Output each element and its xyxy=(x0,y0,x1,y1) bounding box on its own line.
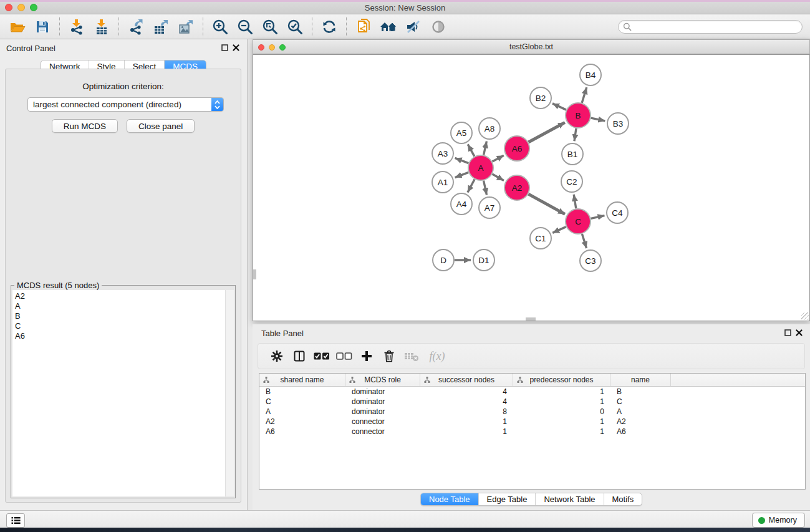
show-hide-button[interactable] xyxy=(426,16,451,37)
search-input[interactable] xyxy=(632,21,798,32)
node-A2[interactable]: A2 xyxy=(504,175,529,200)
column-header-predecessor-nodes[interactable]: predecessor nodes xyxy=(513,374,610,386)
run-mcds-button[interactable]: Run MCDS xyxy=(52,119,118,133)
result-list-item[interactable]: A2 xyxy=(12,291,234,301)
node-D1[interactable]: D1 xyxy=(473,249,494,271)
edge-A-A5[interactable] xyxy=(468,144,475,156)
edge-C-C3[interactable] xyxy=(582,234,586,248)
node-A8[interactable]: A8 xyxy=(479,118,500,139)
table-row[interactable]: Cdominator41C xyxy=(259,397,805,407)
mcds-result-list[interactable]: A2ABCA6 xyxy=(12,290,234,496)
node-C[interactable]: C xyxy=(566,209,591,234)
criterion-select[interactable]: largest connected component (directed) xyxy=(27,97,224,112)
network-zoom-button[interactable] xyxy=(279,44,286,51)
export-image-button[interactable] xyxy=(173,16,198,37)
list-scrollbar[interactable] xyxy=(225,290,234,496)
column-header-successor-nodes[interactable]: successor nodes xyxy=(420,374,513,386)
canvas-hscroll-thumb[interactable] xyxy=(526,317,536,321)
node-B2[interactable]: B2 xyxy=(530,87,551,109)
node-D[interactable]: D xyxy=(433,249,454,271)
resize-grip[interactable] xyxy=(801,312,809,320)
table-options-button[interactable] xyxy=(266,346,288,366)
export-network-button[interactable] xyxy=(123,16,148,37)
column-header-shared-name[interactable]: shared name xyxy=(259,374,345,386)
open-session-button[interactable] xyxy=(5,16,30,37)
network-graph[interactable]: B4B2BB3A8A5A6A3B1AC2A1A2A4A7C4CC1C3DD1 xyxy=(253,55,809,321)
float-panel-icon[interactable] xyxy=(221,44,228,51)
minimize-window-button[interactable] xyxy=(17,4,25,11)
node-C3[interactable]: C3 xyxy=(580,250,601,271)
node-C4[interactable]: C4 xyxy=(607,202,628,223)
edge-B-B4[interactable] xyxy=(582,87,587,103)
edge-A6-B[interactable] xyxy=(529,122,565,142)
close-panel-icon[interactable] xyxy=(233,44,239,51)
network-minimize-button[interactable] xyxy=(269,44,275,51)
node-C2[interactable]: C2 xyxy=(561,171,582,192)
node-A6[interactable]: A6 xyxy=(504,136,529,161)
node-A1[interactable]: A1 xyxy=(432,172,453,193)
zoom-selected-button[interactable] xyxy=(282,16,307,37)
edge-A-A2[interactable] xyxy=(492,174,504,180)
node-B3[interactable]: B3 xyxy=(607,113,629,134)
column-header-name[interactable]: name xyxy=(610,374,671,386)
zoom-out-button[interactable] xyxy=(233,16,258,37)
first-neighbors-button[interactable] xyxy=(376,16,401,37)
zoom-in-button[interactable] xyxy=(208,16,233,37)
result-list-item[interactable]: A6 xyxy=(12,331,234,341)
import-table-button[interactable] xyxy=(89,16,114,37)
edge-A-A1[interactable] xyxy=(455,172,469,177)
delete-table-button[interactable] xyxy=(400,346,423,366)
export-table-button[interactable] xyxy=(148,16,173,37)
node-A[interactable]: A xyxy=(468,155,493,180)
node-A4[interactable]: A4 xyxy=(451,193,472,215)
edge-A-A7[interactable] xyxy=(484,181,487,195)
table-row[interactable]: A2connector11A2 xyxy=(259,417,805,427)
edge-B-B2[interactable] xyxy=(552,104,566,110)
edge-B-B1[interactable] xyxy=(574,128,576,141)
node-B4[interactable]: B4 xyxy=(580,64,601,85)
network-close-button[interactable] xyxy=(258,44,264,51)
edge-C-C1[interactable] xyxy=(552,227,566,233)
float-panel-icon[interactable] xyxy=(784,329,791,336)
node-A5[interactable]: A5 xyxy=(451,122,472,143)
close-panel-icon[interactable] xyxy=(796,329,803,336)
edge-C-C4[interactable] xyxy=(591,216,605,219)
result-list-item[interactable]: A xyxy=(12,301,234,311)
edge-A-A4[interactable] xyxy=(468,180,475,193)
canvas-vscroll-thumb[interactable] xyxy=(253,269,256,279)
hide-selected-button[interactable] xyxy=(401,16,426,37)
table-row[interactable]: Adominator80A xyxy=(259,407,805,417)
select-all-button[interactable] xyxy=(311,346,333,366)
node-B1[interactable]: B1 xyxy=(562,143,583,165)
function-builder-button[interactable]: f(x) xyxy=(423,346,451,366)
column-header-MCDS-role[interactable]: MCDS role xyxy=(345,374,420,386)
edge-A2-C[interactable] xyxy=(528,194,565,214)
delete-columns-button[interactable] xyxy=(378,346,400,366)
edge-A-A8[interactable] xyxy=(484,142,487,155)
close-window-button[interactable] xyxy=(5,4,12,11)
zoom-fit-button[interactable] xyxy=(258,16,282,37)
result-list-item[interactable]: B xyxy=(12,311,234,321)
show-panels-button[interactable] xyxy=(6,513,25,528)
node-A3[interactable]: A3 xyxy=(432,143,453,164)
edge-C-C2[interactable] xyxy=(574,195,576,209)
memory-button[interactable]: Memory xyxy=(752,513,805,528)
deselect-all-button[interactable] xyxy=(333,346,355,366)
close-panel-button[interactable]: Close panel xyxy=(127,119,195,133)
node-A7[interactable]: A7 xyxy=(479,197,500,218)
tab-network-table[interactable]: Network Table xyxy=(536,493,604,505)
tab-edge-table[interactable]: Edge Table xyxy=(479,493,536,505)
node-table[interactable]: shared nameMCDS rolesuccessor nodesprede… xyxy=(259,373,806,490)
edge-B-B3[interactable] xyxy=(591,118,605,121)
column-visibility-button[interactable] xyxy=(288,346,311,366)
edge-A-A3[interactable] xyxy=(455,158,469,163)
table-row[interactable]: A6connector11A6 xyxy=(259,427,805,437)
network-window-titlebar[interactable]: testGlobe.txt xyxy=(253,39,810,54)
edge-A-A6[interactable] xyxy=(493,155,504,162)
tab-motifs[interactable]: Motifs xyxy=(604,493,642,505)
network-canvas[interactable]: B4B2BB3A8A5A6A3B1AC2A1A2A4A7C4CC1C3DD1 xyxy=(253,54,810,321)
table-row[interactable]: Bdominator41B xyxy=(259,387,805,397)
save-session-button[interactable] xyxy=(30,16,55,37)
zoom-window-button[interactable] xyxy=(30,4,37,11)
apply-layout-button[interactable] xyxy=(317,16,342,37)
